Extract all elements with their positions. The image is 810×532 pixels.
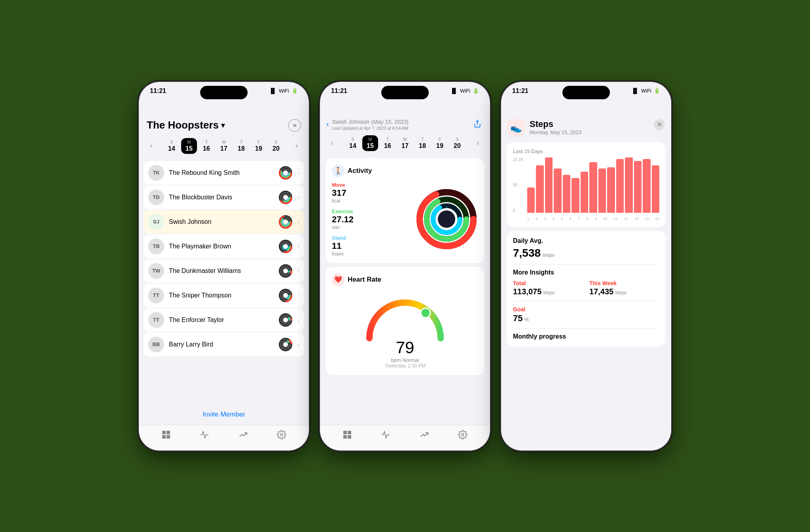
member-row[interactable]: TT The Enforcer Taylor ›: [144, 308, 304, 332]
signal-icon-2: ▐▌: [450, 88, 458, 94]
rings-sj: [278, 215, 293, 229]
svg-rect-49: [167, 431, 170, 434]
battery-icon-2: 🔋: [473, 88, 479, 94]
prev-date-arrow[interactable]: ‹: [150, 142, 152, 150]
total-unit: steps: [543, 290, 555, 295]
date-day-sun[interactable]: S 14: [164, 138, 180, 154]
battery-icon: 🔋: [291, 88, 298, 94]
chart-bar: [607, 167, 615, 213]
chart-bar: [589, 162, 597, 212]
chart-x-labels: 123456789101112131415: [527, 217, 659, 221]
date-day-thu-2[interactable]: T 18: [414, 135, 430, 151]
team-title[interactable]: The Hoopsters ▾: [147, 119, 225, 131]
signal-icon-3: ▐▌: [632, 88, 639, 94]
x-label: 7: [578, 217, 580, 221]
phone-3: 11:21 ▐▌ WiFi 🔋 👟 Steps Monday, May 15, …: [501, 82, 671, 451]
next-date-arrow-2[interactable]: ›: [477, 139, 479, 147]
divider-2: [513, 301, 659, 301]
chart-title: Last 15 Days: [513, 148, 659, 154]
x-label: 3: [544, 217, 546, 221]
member-name-bb: Barry Larry Bird: [169, 341, 274, 348]
nav-trends-2[interactable]: [420, 430, 429, 439]
member-row[interactable]: BB Barry Larry Bird ›: [144, 333, 304, 356]
share-button[interactable]: [471, 117, 484, 130]
signal-icon: ▐▌: [269, 88, 276, 94]
phone2-title-block: Swish Johnson (May 15, 2023) Last Update…: [332, 117, 468, 131]
svg-point-60: [438, 210, 455, 228]
x-label: 10: [603, 217, 607, 221]
member-row[interactable]: TB The Playmaker Brown ›: [144, 235, 304, 258]
member-name-tk: The Rebound King Smith: [169, 169, 274, 176]
this-week-value: 17,435: [589, 287, 613, 296]
date-day-sun-2[interactable]: S 14: [345, 135, 361, 151]
chart-bar: [581, 172, 588, 212]
stat-stand: Stand 11 hours: [332, 235, 409, 257]
back-button[interactable]: ‹: [326, 119, 329, 129]
nav-grid[interactable]: [161, 430, 171, 439]
member-row[interactable]: TD The Blockbuster Davis ›: [144, 186, 304, 209]
svg-rect-66: [348, 431, 351, 434]
member-name-tw: The Dunkmaster Williams: [169, 267, 274, 275]
next-date-arrow[interactable]: ›: [295, 142, 298, 150]
goal-label: Goal: [513, 306, 659, 312]
avatar-td: TD: [148, 189, 164, 205]
phone1-content: The Hoopsters ▾ ≡ ‹ S 14 M 15: [139, 97, 309, 451]
x-label: 14: [645, 217, 649, 221]
member-name-tt2: The Enforcer Taylor: [169, 316, 274, 324]
phone2-header: ‹ Swish Johnson (May 15, 2023) Last Upda…: [320, 114, 490, 132]
stand-label: Stand: [332, 235, 409, 241]
x-label: 9: [595, 217, 597, 221]
invite-member-button[interactable]: Invite Member: [139, 404, 309, 425]
member-row-sj[interactable]: SJ Swish Johnson ›: [144, 210, 304, 234]
divider-1: [513, 264, 659, 265]
nav-activity[interactable]: [200, 430, 209, 439]
bottom-nav-2: [320, 425, 490, 451]
nav-settings-2[interactable]: [458, 430, 467, 439]
date-day-thu[interactable]: T 18: [233, 138, 249, 154]
date-day-wed[interactable]: W 17: [216, 138, 232, 154]
member-row[interactable]: TT The Sniper Thompson ›: [144, 284, 304, 307]
nav-settings[interactable]: [277, 430, 286, 439]
x-label: 13: [634, 217, 638, 221]
nav-activity-2[interactable]: [381, 430, 390, 439]
x-label: 4: [553, 217, 555, 221]
activity-title: 🚶 Activity: [332, 165, 478, 177]
date-days-1: S 14 M 15 T 16 W 17: [164, 138, 284, 154]
date-day-mon-2[interactable]: M 15: [362, 135, 378, 151]
y-max: 10.1K: [513, 157, 524, 162]
member-row[interactable]: TW The Dunkmaster Williams ›: [144, 259, 304, 283]
date-day-sat-2[interactable]: S 20: [449, 135, 465, 151]
rings-tt1: [278, 288, 293, 303]
avatar-tt2: TT: [148, 312, 164, 328]
steps-date: Monday, May 15, 2023: [530, 129, 649, 135]
nav-trends[interactable]: [238, 430, 248, 439]
date-day-mon[interactable]: M 15: [181, 138, 197, 154]
nav-grid-2[interactable]: [343, 430, 352, 439]
date-day-fri[interactable]: F 19: [251, 138, 267, 154]
svg-point-28: [283, 268, 289, 274]
activity-icon: 🚶: [332, 165, 344, 177]
chart-bar: [545, 157, 553, 213]
date-day-wed-2[interactable]: W 17: [397, 135, 413, 151]
move-label: Move: [332, 182, 409, 188]
date-day-fri-2[interactable]: F 19: [432, 135, 448, 151]
row-chevron-tb: ›: [297, 243, 299, 250]
member-row[interactable]: TK The Rebound King Smith ›: [144, 161, 304, 185]
list-icon[interactable]: ≡: [288, 119, 301, 132]
phones-container: 11:21 ▐▌ WiFi 🔋 The Hoopsters ▾ ≡ ‹: [0, 0, 810, 532]
close-button[interactable]: ✕: [654, 119, 665, 130]
insight-total: Total 113,075 steps: [513, 280, 583, 296]
date-nav-1: ‹ S 14 M 15 T 16: [144, 135, 304, 159]
date-day-tue-2[interactable]: T 16: [380, 135, 396, 151]
heart-icon: ❤️: [332, 273, 344, 286]
date-nav-2: ‹ S 14 M 15 T 16: [325, 132, 485, 156]
prev-date-arrow-2[interactable]: ‹: [331, 139, 333, 147]
phone3-header: 👟 Steps Monday, May 15, 2023 ✕: [501, 114, 671, 140]
daily-avg-title: Daily Avg.: [513, 237, 659, 244]
rings-tb: [278, 239, 293, 254]
date-day-tue[interactable]: T 16: [199, 138, 214, 154]
date-day-sat[interactable]: S 20: [268, 138, 284, 154]
chart-bar: [598, 168, 606, 212]
y-mid: 5K: [513, 183, 524, 187]
phone-2: 11:21 ▐▌ WiFi 🔋 ‹ Swish Johnson (May 15,…: [320, 82, 490, 451]
